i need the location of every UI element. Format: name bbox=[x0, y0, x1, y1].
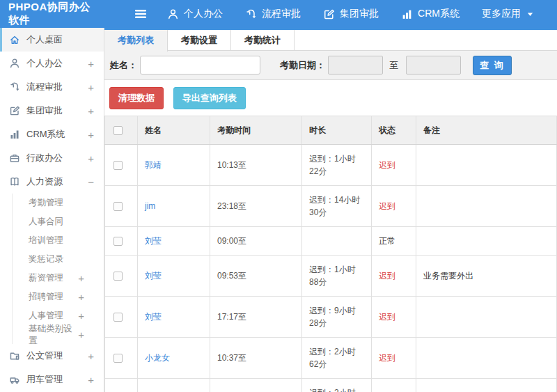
row-checkbox[interactable] bbox=[113, 161, 123, 170]
tab-2[interactable]: 考勤统计 bbox=[231, 30, 295, 50]
sidebar-item-8[interactable]: 人事合同 bbox=[12, 212, 104, 231]
row-checkbox[interactable] bbox=[113, 272, 123, 281]
expand-toggle-icon[interactable]: + bbox=[88, 58, 94, 70]
row-checkbox[interactable] bbox=[113, 237, 123, 246]
employee-link[interactable]: 刘莹 bbox=[145, 312, 162, 322]
sidebar-item-16[interactable]: 用车管理+ bbox=[0, 368, 104, 391]
remark-cell: 1111 bbox=[416, 379, 557, 392]
export-list-button[interactable]: 导出查询列表 bbox=[173, 87, 246, 109]
table-row: jim23:18至迟到：14小时30分迟到 bbox=[105, 186, 557, 227]
search-button[interactable]: 查 询 bbox=[473, 56, 512, 75]
date-to-input[interactable] bbox=[406, 56, 461, 75]
name-cell: jim bbox=[138, 186, 210, 227]
topnav-label: 个人办公 bbox=[184, 8, 223, 20]
chart-icon bbox=[401, 8, 413, 20]
employee-link[interactable]: 刘莹 bbox=[145, 236, 162, 246]
row-checkbox-cell bbox=[105, 186, 138, 227]
row-checkbox[interactable] bbox=[113, 354, 123, 363]
chart-icon bbox=[9, 129, 20, 140]
duration-cell bbox=[302, 227, 372, 256]
employee-link[interactable]: 小龙女 bbox=[145, 353, 170, 363]
name-input[interactable] bbox=[140, 56, 260, 75]
book-icon bbox=[9, 176, 20, 187]
sidebar-item-10[interactable]: 奖惩记录 bbox=[12, 250, 104, 269]
sidebar-item-label: 基础类别设置 bbox=[29, 323, 78, 347]
table-header-row: 姓名考勤时间时长状态备注 bbox=[105, 116, 557, 145]
row-checkbox[interactable] bbox=[113, 313, 123, 322]
sidebar-item-11[interactable]: 薪资管理+ bbox=[12, 269, 104, 288]
employee-link[interactable]: 刘莹 bbox=[145, 271, 162, 281]
topnav-item-1[interactable]: 流程审批 bbox=[245, 8, 301, 20]
sidebar-item-14[interactable]: 基础类别设置+ bbox=[12, 325, 104, 344]
expand-toggle-icon[interactable]: + bbox=[78, 329, 84, 340]
sidebar-item-0[interactable]: 个人桌面 bbox=[0, 28, 104, 52]
sidebar-item-3[interactable]: 集团审批+ bbox=[0, 99, 104, 123]
edit-icon bbox=[9, 105, 20, 116]
expand-toggle-icon[interactable]: + bbox=[88, 81, 94, 93]
expand-toggle-icon[interactable]: + bbox=[78, 291, 84, 303]
status-cell: 迟到/早退 bbox=[372, 379, 416, 392]
status-cell: 迟到 bbox=[372, 145, 416, 186]
expand-toggle-icon[interactable]: + bbox=[88, 129, 94, 141]
sidebar-item-12[interactable]: 招聘管理+ bbox=[12, 288, 104, 306]
sidebar-item-1[interactable]: 个人办公+ bbox=[0, 52, 104, 75]
expand-toggle-icon[interactable]: + bbox=[78, 310, 84, 322]
main-content: 考勤列表考勤设置考勤统计 姓名： 考勤日期： 至 查 询 清理数据 导出查询列表… bbox=[104, 28, 557, 392]
date-to-separator: 至 bbox=[389, 59, 398, 72]
menu-icon[interactable] bbox=[134, 8, 148, 19]
attendance-table: 姓名考勤时间时长状态备注 郭靖10:13至迟到：1小时22分迟到jim23:18… bbox=[104, 116, 557, 392]
sidebar-item-4[interactable]: CRM系统+ bbox=[0, 123, 104, 146]
row-checkbox-cell bbox=[105, 379, 138, 392]
expand-toggle-icon[interactable]: + bbox=[88, 152, 94, 164]
clean-data-button[interactable]: 清理数据 bbox=[109, 87, 164, 109]
table-row: 小龙女10:37至迟到：2小时62分迟到 bbox=[105, 338, 557, 379]
edit-icon bbox=[323, 8, 335, 20]
status-cell: 迟到 bbox=[372, 256, 416, 297]
sidebar-item-6[interactable]: 人力资源− bbox=[0, 170, 104, 194]
row-checkbox-cell bbox=[105, 256, 138, 297]
duration-cell: 迟到：9小时28分 bbox=[302, 297, 372, 338]
topnav-item-4[interactable]: 更多应用 bbox=[482, 8, 535, 20]
remark-cell bbox=[416, 297, 557, 338]
date-from-input[interactable] bbox=[328, 56, 383, 75]
expand-toggle-icon[interactable]: + bbox=[88, 105, 94, 117]
attendance-time-cell: 23:18至 bbox=[210, 186, 302, 227]
topnav-item-3[interactable]: CRM系统 bbox=[401, 8, 460, 20]
name-cell: 郭靖 bbox=[138, 145, 210, 186]
name-cell: 刘莹 bbox=[138, 256, 210, 297]
row-checkbox-cell bbox=[105, 145, 138, 186]
sidebar-item-9[interactable]: 培训管理 bbox=[12, 231, 104, 250]
topnav-item-0[interactable]: 个人办公 bbox=[167, 8, 223, 20]
employee-link[interactable]: 郭靖 bbox=[145, 160, 162, 170]
row-checkbox[interactable] bbox=[113, 202, 123, 211]
sidebar-item-15[interactable]: 公文管理+ bbox=[0, 344, 104, 368]
duration-cell: 迟到：2小时90分早退：7小时10分 bbox=[302, 379, 372, 392]
employee-link[interactable]: jim bbox=[145, 201, 155, 211]
table-row: 管理员10:54至10:54迟到：2小时90分早退：7小时10分迟到/早退111… bbox=[105, 379, 557, 392]
topnav-item-2[interactable]: 集团审批 bbox=[323, 8, 379, 20]
column-header-1: 考勤时间 bbox=[210, 116, 302, 145]
sidebar-item-label: 公文管理 bbox=[26, 350, 88, 362]
expand-toggle-icon[interactable]: + bbox=[78, 272, 84, 284]
sidebar-item-5[interactable]: 行政办公+ bbox=[0, 146, 104, 170]
expand-toggle-icon[interactable]: − bbox=[88, 176, 94, 188]
expand-toggle-icon[interactable]: + bbox=[88, 350, 94, 362]
sidebar-item-label: 人力资源 bbox=[26, 175, 88, 188]
tab-bar: 考勤列表考勤设置考勤统计 bbox=[104, 30, 557, 51]
sidebar-item-7[interactable]: 考勤管理 bbox=[12, 194, 104, 212]
sidebar-item-2[interactable]: 流程审批+ bbox=[0, 75, 104, 99]
expand-toggle-icon[interactable]: + bbox=[88, 374, 94, 386]
user-icon bbox=[9, 58, 20, 69]
select-all-checkbox[interactable] bbox=[113, 126, 123, 135]
name-label: 姓名： bbox=[110, 59, 137, 72]
tab-0[interactable]: 考勤列表 bbox=[104, 30, 168, 52]
topbar: PHPOA协同办公软件 个人办公流程审批集团审批CRM系统更多应用 bbox=[0, 0, 557, 28]
status-badge: 迟到 bbox=[379, 353, 395, 363]
attendance-time-cell: 17:17至 bbox=[210, 297, 302, 338]
workflow-icon bbox=[9, 81, 20, 93]
status-cell: 迟到 bbox=[372, 186, 416, 227]
tab-1[interactable]: 考勤设置 bbox=[168, 30, 231, 50]
table-body: 郭靖10:13至迟到：1小时22分迟到jim23:18至迟到：14小时30分迟到… bbox=[105, 145, 557, 392]
attendance-time-cell: 10:13至 bbox=[210, 145, 302, 186]
table-row: 刘莹09:00至正常 bbox=[105, 227, 557, 256]
